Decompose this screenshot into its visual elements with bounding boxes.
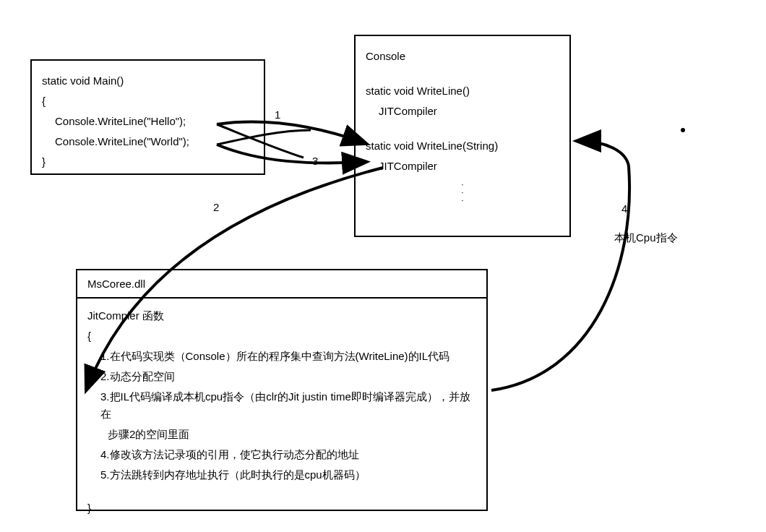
console-method-2-jit: JITCompiler [366,158,559,175]
func-brace-close: } [87,499,476,517]
main-code-box: static void Main() { Console.WriteLine("… [30,59,265,175]
svg-point-1 [681,128,685,132]
arrow-4-caption: 本机Cpu指令 [614,231,678,245]
step-3: 3.把IL代码编译成本机cpu指令（由clr的Jit justin time即时… [87,388,476,423]
arrow-label-3: 3 [312,155,318,167]
step-2: 2.动态分配空间 [87,368,476,385]
func-brace-open: { [87,327,476,345]
ellipsis-dots: ··· [366,181,559,204]
main-line-1: Console.WriteLine("Hello"); [42,113,254,130]
arrow-label-2: 2 [213,201,219,213]
brace-close: } [42,153,254,171]
console-class-box: Console static void WriteLine() JITCompi… [354,35,571,237]
arrow-label-4: 4 [621,202,627,215]
mscoree-header: MsCoree.dll [77,270,486,299]
console-title: Console [366,48,559,65]
mscoree-box: MsCoree.dll JitCompier 函数 { 1.在代码实现类（Con… [76,269,488,511]
step-5: 5.方法跳转到内存地址执行（此时执行的是cpu机器码） [87,466,476,484]
step-1: 1.在代码实现类（Console）所在的程序集中查询方法(WriteLine)的… [87,348,476,365]
brace-open: { [42,93,254,110]
arrow-label-1: 1 [275,108,280,121]
console-method-1: static void WriteLine() [366,82,559,100]
console-method-2: static void WriteLine(String) [366,137,559,155]
main-signature: static void Main() [42,72,254,90]
main-line-2: Console.WriteLine("World"); [42,133,254,150]
step-3b: 步骤2的空间里面 [87,426,476,443]
jitcompiler-func: JitCompier 函数 [87,307,476,325]
step-4: 4.修改该方法记录项的引用，使它执行动态分配的地址 [87,446,476,463]
console-method-1-jit: JITCompiler [366,103,559,120]
